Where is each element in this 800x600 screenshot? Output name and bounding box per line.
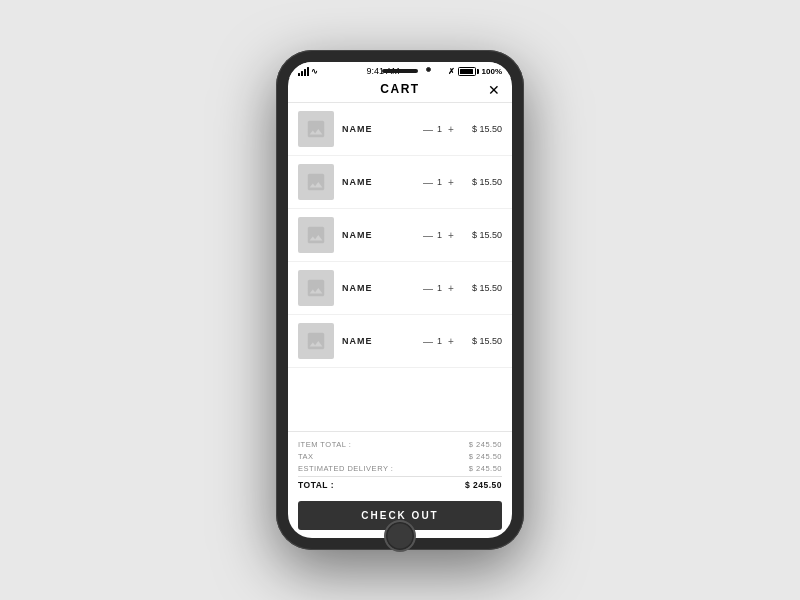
- image-placeholder-icon: [305, 224, 327, 246]
- cart-item: NAME — 1 + $ 15.50: [288, 262, 512, 315]
- increase-qty-button[interactable]: +: [446, 124, 456, 135]
- decrease-qty-button[interactable]: —: [423, 177, 433, 188]
- item-thumbnail: [298, 323, 334, 359]
- cart-header: CART ✕: [288, 78, 512, 103]
- phone-screen: ∿ 9:41 AM ✗ 100% CART ✕: [288, 62, 512, 538]
- item-price: $ 15.50: [464, 283, 502, 293]
- tax-value: $ 245.50: [469, 452, 502, 461]
- phone-speaker: [382, 69, 418, 73]
- decrease-qty-button[interactable]: —: [423, 336, 433, 347]
- item-quantity-control[interactable]: — 1 +: [423, 230, 456, 241]
- battery-indicator: [458, 67, 479, 76]
- tax-row: TAX $ 245.50: [298, 452, 502, 461]
- image-placeholder-icon: [305, 330, 327, 352]
- total-label: TOTAL :: [298, 480, 334, 490]
- item-name: NAME: [342, 230, 415, 240]
- item-thumbnail: [298, 164, 334, 200]
- image-placeholder-icon: [305, 171, 327, 193]
- item-thumbnail: [298, 217, 334, 253]
- qty-value: 1: [437, 177, 442, 187]
- qty-value: 1: [437, 336, 442, 346]
- delivery-row: ESTIMATED DELIVERY : $ 245.50: [298, 464, 502, 473]
- delivery-value: $ 245.50: [469, 464, 502, 473]
- cart-items-list: NAME — 1 + $ 15.50 NAME — 1 + $ 15.50: [288, 103, 512, 431]
- cart-summary: ITEM TOTAL : $ 245.50 TAX $ 245.50 ESTIM…: [288, 431, 512, 497]
- image-placeholder-icon: [305, 277, 327, 299]
- cart-item: NAME — 1 + $ 15.50: [288, 156, 512, 209]
- total-row: TOTAL : $ 245.50: [298, 476, 502, 490]
- item-quantity-control[interactable]: — 1 +: [423, 124, 456, 135]
- item-price: $ 15.50: [464, 124, 502, 134]
- item-price: $ 15.50: [464, 336, 502, 346]
- home-button[interactable]: [384, 520, 416, 552]
- item-quantity-control[interactable]: — 1 +: [423, 283, 456, 294]
- decrease-qty-button[interactable]: —: [423, 124, 433, 135]
- item-name: NAME: [342, 283, 415, 293]
- cart-item: NAME — 1 + $ 15.50: [288, 209, 512, 262]
- wifi-icon: ∿: [311, 67, 318, 76]
- signal-icon: [298, 67, 309, 76]
- item-total-label: ITEM TOTAL :: [298, 440, 351, 449]
- item-name: NAME: [342, 336, 415, 346]
- item-total-value: $ 245.50: [469, 440, 502, 449]
- increase-qty-button[interactable]: +: [446, 230, 456, 241]
- increase-qty-button[interactable]: +: [446, 177, 456, 188]
- item-price: $ 15.50: [464, 230, 502, 240]
- increase-qty-button[interactable]: +: [446, 283, 456, 294]
- tax-label: TAX: [298, 452, 314, 461]
- item-name: NAME: [342, 177, 415, 187]
- total-value: $ 245.50: [465, 480, 502, 490]
- image-placeholder-icon: [305, 118, 327, 140]
- decrease-qty-button[interactable]: —: [423, 230, 433, 241]
- battery-percent: 100%: [482, 67, 502, 76]
- bluetooth-icon: ✗: [448, 67, 455, 76]
- decrease-qty-button[interactable]: —: [423, 283, 433, 294]
- item-thumbnail: [298, 111, 334, 147]
- status-right: ✗ 100%: [448, 67, 502, 76]
- close-button[interactable]: ✕: [488, 83, 500, 97]
- qty-value: 1: [437, 124, 442, 134]
- item-name: NAME: [342, 124, 415, 134]
- cart-item: NAME — 1 + $ 15.50: [288, 315, 512, 368]
- qty-value: 1: [437, 283, 442, 293]
- phone-frame: ∿ 9:41 AM ✗ 100% CART ✕: [276, 50, 524, 550]
- cart-item: NAME — 1 + $ 15.50: [288, 103, 512, 156]
- qty-value: 1: [437, 230, 442, 240]
- item-quantity-control[interactable]: — 1 +: [423, 336, 456, 347]
- item-thumbnail: [298, 270, 334, 306]
- delivery-label: ESTIMATED DELIVERY :: [298, 464, 393, 473]
- item-price: $ 15.50: [464, 177, 502, 187]
- status-left: ∿: [298, 67, 318, 76]
- increase-qty-button[interactable]: +: [446, 336, 456, 347]
- phone-camera: [426, 67, 431, 72]
- cart-title: CART: [380, 82, 419, 96]
- item-total-row: ITEM TOTAL : $ 245.50: [298, 440, 502, 449]
- item-quantity-control[interactable]: — 1 +: [423, 177, 456, 188]
